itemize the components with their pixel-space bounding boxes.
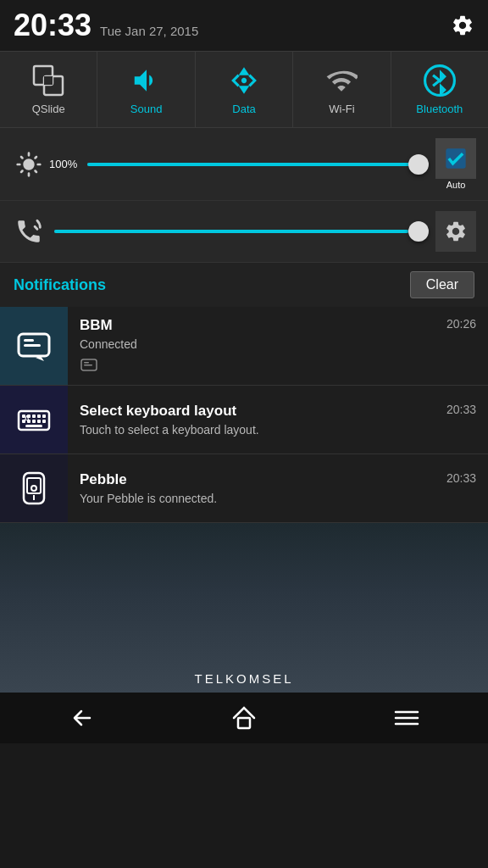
keyboard-app-name: Select keyboard layout xyxy=(80,403,236,420)
keyboard-time: 20:33 xyxy=(446,403,476,416)
pebble-body: Your Pebble is connected. xyxy=(80,492,476,505)
qs-qslide-label: QSlide xyxy=(32,103,65,115)
brightness-slider[interactable] xyxy=(87,156,427,173)
settings-icon[interactable] xyxy=(451,14,474,37)
brightness-value: 100% xyxy=(49,158,79,170)
svg-rect-23 xyxy=(25,425,42,427)
notifications-title: Notifications xyxy=(14,276,106,294)
notification-bbm[interactable]: BBM 20:26 Connected xyxy=(0,307,488,386)
svg-rect-22 xyxy=(42,420,46,423)
ring-icon xyxy=(12,217,46,246)
keyboard-content: Select keyboard layout 20:33 Touch to se… xyxy=(68,386,488,453)
data-icon xyxy=(227,64,261,97)
ring-fill xyxy=(54,230,408,233)
pebble-app-name: Pebble xyxy=(80,471,127,488)
svg-rect-17 xyxy=(42,415,46,418)
pebble-time: 20:33 xyxy=(446,471,476,485)
qs-wifi-label: Wi-Fi xyxy=(329,103,354,115)
status-bar: 20:33 Tue Jan 27, 2015 xyxy=(0,0,488,51)
svg-rect-13 xyxy=(22,415,25,418)
brightness-icon xyxy=(12,151,46,178)
time-display: 20:33 xyxy=(14,8,92,43)
qs-data[interactable]: Data xyxy=(196,52,293,127)
svg-rect-10 xyxy=(84,364,92,366)
svg-rect-15 xyxy=(32,415,36,418)
notification-keyboard[interactable]: A Select keyboard layout 20:33 Touch to … xyxy=(0,386,488,454)
sound-icon xyxy=(130,64,164,97)
svg-rect-6 xyxy=(24,339,34,342)
bbm-content: BBM 20:26 Connected xyxy=(68,307,488,385)
qs-bluetooth[interactable]: Bluetooth xyxy=(391,52,488,127)
notification-pebble[interactable]: Pebble 20:33 Your Pebble is connected. xyxy=(0,454,488,523)
qs-wifi[interactable]: Wi-Fi xyxy=(293,52,391,127)
qs-sound[interactable]: Sound xyxy=(97,52,195,127)
svg-rect-19 xyxy=(27,420,30,423)
pebble-icon-col xyxy=(0,454,68,522)
home-button[interactable] xyxy=(210,699,278,737)
bbm-icon-col xyxy=(0,307,68,385)
clear-button[interactable]: Clear xyxy=(410,271,474,298)
auto-button[interactable]: Auto xyxy=(435,138,476,190)
keyboard-icon-col: A xyxy=(0,386,68,453)
quick-settings-bar: QSlide Sound Data Wi-Fi xyxy=(0,51,488,128)
date-display: Tue Jan 27, 2015 xyxy=(100,24,198,38)
wallpaper-area: TELKOMSEL xyxy=(0,523,488,693)
carrier-label: TELKOMSEL xyxy=(194,671,293,686)
brightness-fill xyxy=(87,163,410,166)
svg-rect-7 xyxy=(24,344,41,347)
auto-label: Auto xyxy=(446,181,466,190)
bbm-app-name: BBM xyxy=(80,317,113,334)
notifications-header: Notifications Clear xyxy=(0,263,488,307)
qslide-icon xyxy=(31,64,65,97)
pebble-content: Pebble 20:33 Your Pebble is connected. xyxy=(68,454,488,522)
ring-thumb[interactable] xyxy=(408,221,429,242)
bbm-body: Connected xyxy=(80,337,476,351)
svg-rect-14 xyxy=(27,415,30,418)
brightness-row: 100% Auto xyxy=(0,128,488,201)
svg-rect-18 xyxy=(22,420,25,423)
svg-rect-16 xyxy=(37,415,41,418)
bbm-sub-icon xyxy=(80,356,476,375)
ring-settings-button[interactable] xyxy=(435,211,476,252)
svg-rect-20 xyxy=(32,420,36,423)
qs-data-label: Data xyxy=(232,103,255,115)
auto-checkbox[interactable] xyxy=(435,138,476,179)
wifi-icon xyxy=(324,64,358,97)
ring-slider[interactable] xyxy=(54,223,427,240)
qs-sound-label: Sound xyxy=(130,103,163,115)
brightness-thumb[interactable] xyxy=(408,154,429,175)
sliders-section: 100% Auto xyxy=(0,128,488,263)
svg-point-27 xyxy=(31,486,36,491)
ring-volume-row xyxy=(0,201,488,263)
keyboard-body: Touch to select a keyboard layout. xyxy=(80,423,476,437)
qs-bluetooth-label: Bluetooth xyxy=(416,103,463,115)
svg-rect-28 xyxy=(238,718,250,728)
bluetooth-icon xyxy=(423,64,457,97)
bottom-navigation xyxy=(0,693,488,743)
back-button[interactable] xyxy=(47,699,115,737)
notifications-list: BBM 20:26 Connected A xyxy=(0,307,488,523)
svg-rect-21 xyxy=(37,420,41,423)
menu-button[interactable] xyxy=(373,699,441,737)
svg-rect-2 xyxy=(44,76,53,85)
qs-qslide[interactable]: QSlide xyxy=(0,52,97,127)
bbm-time: 20:26 xyxy=(446,317,476,331)
svg-rect-9 xyxy=(84,362,89,364)
